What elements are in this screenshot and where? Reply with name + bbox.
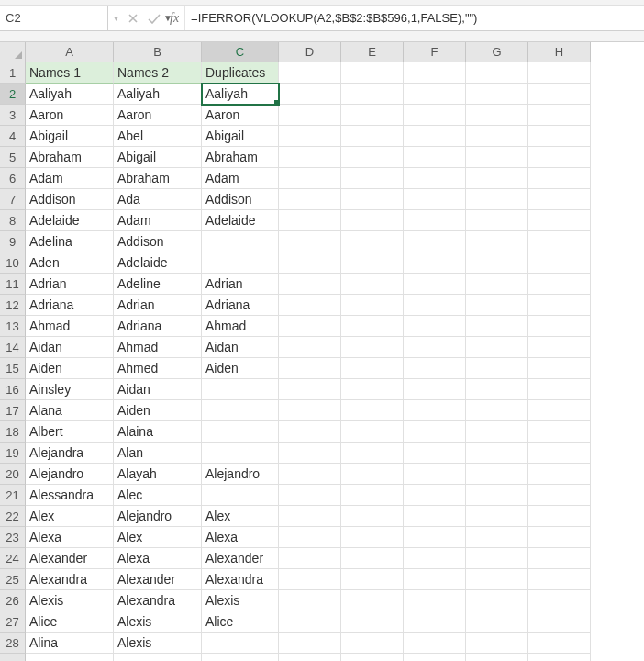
cell-G11[interactable] — [466, 274, 528, 295]
cell-B24[interactable]: Alexa — [114, 548, 202, 569]
cell-H22[interactable] — [528, 506, 591, 527]
cell-H24[interactable] — [528, 548, 591, 569]
row-header[interactable]: 10 — [0, 252, 26, 274]
cell-E5[interactable] — [341, 147, 404, 168]
cell-A16[interactable]: Ainsley — [26, 379, 114, 400]
cell-A6[interactable]: Adam — [26, 168, 114, 189]
cell-E1[interactable] — [341, 62, 404, 84]
cell-A22[interactable]: Alex — [26, 506, 114, 527]
cell-A15[interactable]: Aiden — [26, 358, 114, 379]
cell-C12[interactable]: Adriana — [202, 295, 279, 316]
cell-C21[interactable] — [202, 485, 279, 506]
column-header-C[interactable]: C — [202, 42, 279, 62]
cell-G24[interactable] — [466, 548, 528, 569]
formula-input-wrap[interactable] — [185, 6, 644, 30]
cell-B7[interactable]: Ada — [114, 189, 202, 210]
row-header[interactable]: 22 — [0, 506, 26, 527]
cell-D28[interactable] — [279, 633, 341, 654]
cell-B23[interactable]: Alex — [114, 527, 202, 548]
cell-D23[interactable] — [279, 527, 341, 548]
cell-E2[interactable] — [341, 84, 404, 105]
cell-D17[interactable] — [279, 400, 341, 421]
cell-D11[interactable] — [279, 274, 341, 295]
cell-H27[interactable] — [528, 611, 591, 633]
cell-H6[interactable] — [528, 168, 591, 189]
column-header-F[interactable]: F — [404, 42, 466, 62]
cell-D24[interactable] — [279, 548, 341, 569]
cell-B13[interactable]: Adriana — [114, 316, 202, 337]
cell-G6[interactable] — [466, 168, 528, 189]
row-header[interactable]: 8 — [0, 210, 26, 231]
cell-G25[interactable] — [466, 569, 528, 590]
cell-A10[interactable]: Aden — [26, 252, 114, 274]
cell-A1[interactable]: Names 1 — [26, 62, 114, 84]
cell-B3[interactable]: Aaron — [114, 105, 202, 126]
cell-G4[interactable] — [466, 126, 528, 147]
cell-E8[interactable] — [341, 210, 404, 231]
column-header-B[interactable]: B — [114, 42, 202, 62]
cell-G7[interactable] — [466, 189, 528, 210]
row-header[interactable]: 17 — [0, 400, 26, 421]
cell-H16[interactable] — [528, 379, 591, 400]
cell-C2[interactable]: Aaliyah — [202, 84, 279, 105]
cell-B4[interactable]: Abel — [114, 126, 202, 147]
cell-G16[interactable] — [466, 379, 528, 400]
cell-B2[interactable]: Aaliyah — [114, 84, 202, 105]
cell-C15[interactable]: Aiden — [202, 358, 279, 379]
cell-G22[interactable] — [466, 506, 528, 527]
cell-E6[interactable] — [341, 168, 404, 189]
cell-B21[interactable]: Alec — [114, 485, 202, 506]
cell-A20[interactable]: Alejandro — [26, 464, 114, 485]
row-header[interactable]: 18 — [0, 421, 26, 443]
cell-H19[interactable] — [528, 443, 591, 464]
cell-F27[interactable] — [404, 611, 466, 633]
cell-E7[interactable] — [341, 189, 404, 210]
cell-A24[interactable]: Alexander — [26, 548, 114, 569]
column-header-E[interactable]: E — [341, 42, 404, 62]
cell-E12[interactable] — [341, 295, 404, 316]
cell-C4[interactable]: Abigail — [202, 126, 279, 147]
cell-A23[interactable]: Alexa — [26, 527, 114, 548]
cell-G26[interactable] — [466, 590, 528, 611]
cell-C9[interactable] — [202, 231, 279, 252]
cell-A21[interactable]: Alessandra — [26, 485, 114, 506]
cell-G2[interactable] — [466, 84, 528, 105]
cell-C6[interactable]: Adam — [202, 168, 279, 189]
cell-A4[interactable]: Abigail — [26, 126, 114, 147]
cell-A19[interactable]: Alejandra — [26, 443, 114, 464]
cell-E9[interactable] — [341, 231, 404, 252]
cell-B6[interactable]: Abraham — [114, 168, 202, 189]
cell-D22[interactable] — [279, 506, 341, 527]
cell-A18[interactable]: Albert — [26, 421, 114, 443]
cell-E18[interactable] — [341, 421, 404, 443]
column-headers[interactable]: ABCDEFGH — [26, 42, 644, 62]
cell-C5[interactable]: Abraham — [202, 147, 279, 168]
cell-E22[interactable] — [341, 506, 404, 527]
cell-A28[interactable]: Alina — [26, 633, 114, 654]
cell-C17[interactable] — [202, 400, 279, 421]
cell-A8[interactable]: Adelaide — [26, 210, 114, 231]
cell-A12[interactable]: Adriana — [26, 295, 114, 316]
cell-C7[interactable]: Addison — [202, 189, 279, 210]
cell-F6[interactable] — [404, 168, 466, 189]
cell-A25[interactable]: Alexandra — [26, 569, 114, 590]
column-header-A[interactable]: A — [26, 42, 114, 62]
cell-F14[interactable] — [404, 337, 466, 358]
row-header[interactable]: 28 — [0, 633, 26, 654]
cell[interactable] — [279, 654, 341, 661]
cell-H12[interactable] — [528, 295, 591, 316]
cell-A14[interactable]: Aidan — [26, 337, 114, 358]
row-header[interactable]: 11 — [0, 274, 26, 295]
cell-D9[interactable] — [279, 231, 341, 252]
cell-C18[interactable] — [202, 421, 279, 443]
cell-G15[interactable] — [466, 358, 528, 379]
cell-G19[interactable] — [466, 443, 528, 464]
cell-F10[interactable] — [404, 252, 466, 274]
cell-A17[interactable]: Alana — [26, 400, 114, 421]
cell-F23[interactable] — [404, 527, 466, 548]
cell-H15[interactable] — [528, 358, 591, 379]
cell-F8[interactable] — [404, 210, 466, 231]
spreadsheet-grid[interactable]: ABCDEFGH 1Names 1Names 2Duplicates2Aaliy… — [0, 42, 644, 661]
cell-G8[interactable] — [466, 210, 528, 231]
cell-F20[interactable] — [404, 464, 466, 485]
